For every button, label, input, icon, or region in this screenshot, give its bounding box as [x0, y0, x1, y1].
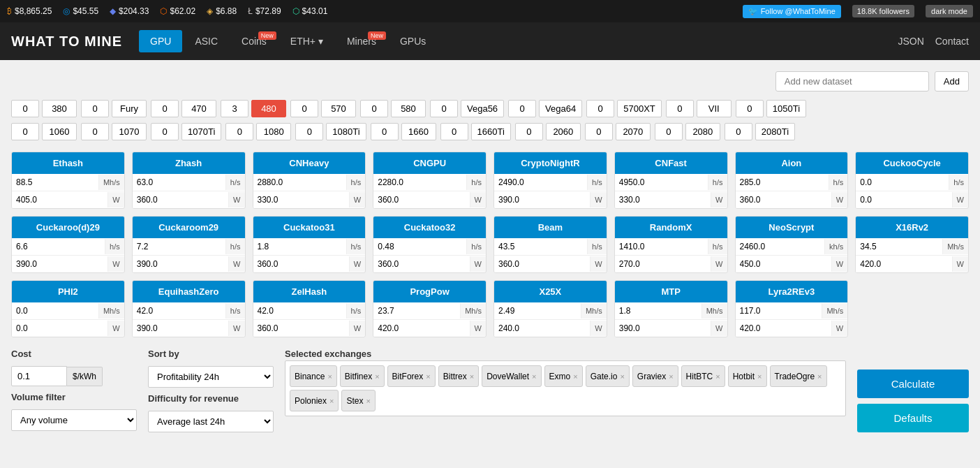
exchange-remove-dovewallet[interactable]: × — [532, 372, 536, 381]
algo-hashrate-cnheavy[interactable] — [253, 174, 346, 191]
gpu-count-1070[interactable] — [81, 123, 109, 140]
algo-hashrate-cuckoocycle[interactable] — [856, 174, 949, 191]
algo-power-neoscrypt[interactable] — [736, 256, 831, 272]
algo-header-cuckatoo32[interactable]: Cuckatoo32 — [373, 217, 486, 238]
gpu-count-fury[interactable] — [81, 100, 109, 117]
algo-power-aion[interactable] — [736, 191, 831, 208]
algo-header-cngpu[interactable]: CNGPU — [373, 152, 486, 174]
algo-header-zelhash[interactable]: ZelHash — [253, 281, 366, 302]
algo-hashrate-cuckaroom29[interactable] — [133, 238, 225, 255]
algo-power-progpow[interactable] — [373, 320, 469, 337]
algo-hashrate-x16rv2[interactable] — [856, 238, 942, 255]
algo-power-lyra2rev3[interactable] — [736, 320, 831, 337]
algo-header-equihashzero[interactable]: EquihashZero — [133, 281, 245, 302]
algo-power-x25x[interactable] — [494, 320, 590, 337]
algo-power-x16rv2[interactable] — [856, 256, 951, 272]
algo-power-randomx[interactable] — [615, 256, 711, 272]
algo-power-zelhash[interactable] — [253, 320, 349, 337]
exchange-remove-hotbit[interactable]: × — [757, 372, 762, 381]
algo-header-cryptonightr[interactable]: CryptoNightR — [494, 152, 607, 174]
gpu-count-380[interactable] — [11, 100, 39, 117]
algo-power-cnheavy[interactable] — [253, 191, 349, 208]
algo-power-cuckatoo32[interactable] — [373, 256, 469, 272]
algo-hashrate-aion[interactable] — [736, 174, 829, 191]
algo-hashrate-cngpu[interactable] — [373, 174, 466, 191]
defaults-button[interactable]: Defaults — [857, 404, 969, 432]
algo-power-ethash[interactable] — [12, 191, 107, 208]
add-dataset-button[interactable]: Add — [935, 71, 969, 92]
algo-header-ethash[interactable]: Ethash — [12, 152, 124, 174]
algo-power-cnfast[interactable] — [615, 191, 711, 208]
algo-header-cuckaroo-d-29[interactable]: Cuckaroo(d)29 — [12, 217, 124, 238]
algo-header-cuckatoo31[interactable]: Cuckatoo31 — [253, 217, 366, 238]
exchange-remove-tradeogre[interactable]: × — [817, 372, 822, 381]
exchange-remove-binance[interactable]: × — [327, 372, 332, 381]
nav-link-coins[interactable]: CoinsNew — [230, 30, 278, 52]
algo-header-zhash[interactable]: Zhash — [133, 152, 245, 174]
algo-hashrate-cryptonightr[interactable] — [494, 174, 587, 191]
algo-hashrate-x25x[interactable] — [494, 302, 581, 319]
nav-link-gpus[interactable]: GPUs — [389, 30, 437, 52]
algo-hashrate-lyra2rev3[interactable] — [736, 302, 822, 319]
algo-power-cryptonightr[interactable] — [494, 191, 590, 208]
nav-link-gpu[interactable]: GPU — [139, 30, 182, 52]
exchange-remove-hitbtc[interactable]: × — [715, 372, 720, 381]
follow-button[interactable]: 🐦 Follow @WhatToMine — [743, 5, 841, 18]
exchange-remove-bitforex[interactable]: × — [426, 372, 430, 381]
gpu-count-1080[interactable] — [225, 123, 253, 140]
gpu-count-1660ti[interactable] — [440, 123, 468, 140]
gpu-count-vega64[interactable] — [508, 100, 536, 117]
exchange-remove-bittrex[interactable]: × — [470, 372, 474, 381]
darkmode-button[interactable]: dark mode — [926, 5, 973, 17]
gpu-count-580[interactable] — [360, 100, 388, 117]
algo-header-cuckaroom29[interactable]: Cuckaroom29 — [133, 217, 245, 238]
algo-hashrate-randomx[interactable] — [615, 238, 708, 255]
algo-header-cnheavy[interactable]: CNHeavy — [253, 152, 366, 174]
algo-hashrate-zelhash[interactable] — [253, 302, 346, 319]
algo-hashrate-neoscrypt[interactable] — [736, 238, 825, 255]
dataset-input[interactable] — [775, 71, 929, 92]
algo-hashrate-progpow[interactable] — [373, 302, 460, 319]
algo-header-progpow[interactable]: ProgPow — [373, 281, 486, 302]
algo-power-cuckaroom29[interactable] — [133, 256, 228, 272]
algo-hashrate-equihashzero[interactable] — [133, 302, 225, 319]
algo-hashrate-zhash[interactable] — [133, 174, 225, 191]
algo-header-x16rv2[interactable]: X16Rv2 — [856, 217, 968, 238]
algo-header-neoscrypt[interactable]: NeoScrypt — [736, 217, 848, 238]
gpu-count-2070[interactable] — [585, 123, 613, 140]
algo-power-cuckatoo31[interactable] — [253, 256, 349, 272]
gpu-count-vega56[interactable] — [430, 100, 458, 117]
algo-power-equihashzero[interactable] — [133, 320, 228, 337]
exchange-remove-exmo[interactable]: × — [573, 372, 577, 381]
algo-header-phi2[interactable]: PHI2 — [12, 281, 124, 302]
algo-header-beam[interactable]: Beam — [494, 217, 607, 238]
exchange-remove-graviex[interactable]: × — [669, 372, 673, 381]
exchange-remove-bitfinex[interactable]: × — [375, 372, 379, 381]
algo-header-mtp[interactable]: MTP — [615, 281, 727, 302]
algo-hashrate-beam[interactable] — [494, 238, 587, 255]
algo-header-randomx[interactable]: RandomX — [615, 217, 727, 238]
gpu-count-1050ti[interactable] — [736, 100, 764, 117]
gpu-count-2080ti[interactable] — [725, 123, 752, 140]
gpu-count-1070ti[interactable] — [151, 123, 179, 140]
volume-select[interactable]: Any volume1 BTC10 BTC — [11, 409, 137, 431]
gpu-count-2060[interactable] — [515, 123, 543, 140]
algo-power-beam[interactable] — [494, 256, 590, 272]
algo-header-x25x[interactable]: X25X — [494, 281, 607, 302]
gpu-count-470[interactable] — [151, 100, 179, 117]
nav-link-asic[interactable]: ASIC — [184, 30, 229, 52]
calculate-button[interactable]: Calculate — [857, 370, 969, 398]
algo-hashrate-mtp[interactable] — [615, 302, 701, 319]
gpu-count-480[interactable] — [221, 100, 248, 117]
gpu-count-vii[interactable] — [666, 100, 694, 117]
algo-power-zhash[interactable] — [133, 191, 228, 208]
exchange-remove-poloniex[interactable]: × — [329, 397, 334, 405]
algo-hashrate-phi2[interactable] — [12, 302, 98, 319]
difficulty-select[interactable]: Average last 24hCurrent — [148, 411, 274, 432]
algo-power-mtp[interactable] — [615, 320, 711, 337]
gpu-count-1060[interactable] — [11, 123, 39, 140]
algo-hashrate-ethash[interactable] — [12, 174, 98, 191]
algo-header-aion[interactable]: Aion — [736, 152, 848, 174]
gpu-count-1660[interactable] — [371, 123, 399, 140]
algo-power-cuckaroo-d-29[interactable] — [12, 256, 107, 272]
